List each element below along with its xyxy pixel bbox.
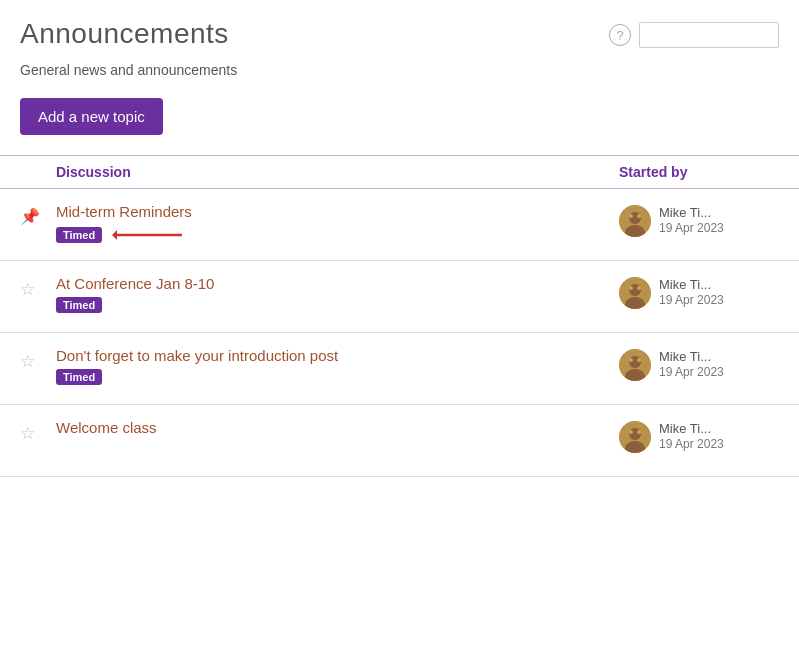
add-topic-area: Add a new topic: [0, 78, 799, 155]
badge-row: Timed: [56, 369, 619, 385]
svg-point-6: [637, 214, 641, 218]
avatar: [619, 421, 651, 453]
svg-marker-1: [112, 230, 117, 240]
started-date: 19 Apr 2023: [659, 293, 724, 307]
avatar: [619, 349, 651, 381]
started-date: 19 Apr 2023: [659, 221, 724, 235]
row-icon-cell: ☆: [20, 347, 56, 372]
table-header: Discussion Started by: [0, 156, 799, 189]
started-by-cell: Mike Ti... 19 Apr 2023: [619, 347, 779, 381]
page-subtitle: General news and announcements: [0, 50, 799, 78]
discussion-link[interactable]: Welcome class: [56, 419, 619, 436]
svg-point-5: [629, 214, 633, 218]
svg-point-18: [629, 428, 641, 440]
help-icon[interactable]: ?: [609, 24, 631, 46]
started-date: 19 Apr 2023: [659, 437, 724, 451]
row-content: Don't forget to make your introduction p…: [56, 347, 619, 385]
started-info: Mike Ti... 19 Apr 2023: [659, 421, 724, 451]
row-content: Mid-term Reminders Timed: [56, 203, 619, 245]
started-by-cell: Mike Ti... 19 Apr 2023: [619, 203, 779, 237]
started-info: Mike Ti... 19 Apr 2023: [659, 205, 724, 235]
timed-badge: Timed: [56, 369, 102, 385]
table-row: ☆ Welcome class Mike Ti... 19 Apr 2023: [0, 405, 799, 477]
header-started-by: Started by: [619, 164, 779, 180]
svg-point-3: [629, 212, 641, 224]
started-name: Mike Ti...: [659, 205, 724, 220]
table-row: 📌 Mid-term Reminders Timed: [0, 189, 799, 261]
discussion-table: Discussion Started by 📌 Mid-term Reminde…: [0, 155, 799, 477]
badge-row: Timed: [56, 297, 619, 313]
svg-point-16: [637, 358, 641, 362]
header-discussion: Discussion: [56, 164, 619, 180]
svg-point-13: [629, 356, 641, 368]
svg-point-21: [637, 430, 641, 434]
star-icon[interactable]: ☆: [20, 423, 35, 444]
search-input[interactable]: [639, 22, 779, 48]
avatar: [619, 205, 651, 237]
timed-badge: Timed: [56, 227, 102, 243]
header-right: ?: [609, 22, 779, 48]
timed-badge: Timed: [56, 297, 102, 313]
star-icon[interactable]: ☆: [20, 351, 35, 372]
add-topic-button[interactable]: Add a new topic: [20, 98, 163, 135]
arrow-indicator: [112, 225, 192, 245]
row-icon-cell: 📌: [20, 203, 56, 226]
star-icon[interactable]: ☆: [20, 279, 35, 300]
discussion-link[interactable]: Mid-term Reminders: [56, 203, 619, 220]
page-header: Announcements ?: [0, 0, 799, 50]
table-row: ☆ Don't forget to make your introduction…: [0, 333, 799, 405]
row-icon-cell: ☆: [20, 275, 56, 300]
badge-row: Timed: [56, 225, 619, 245]
started-name: Mike Ti...: [659, 277, 724, 292]
svg-point-15: [629, 358, 633, 362]
row-icon-cell: ☆: [20, 419, 56, 444]
svg-point-8: [629, 284, 641, 296]
pin-icon: 📌: [20, 207, 40, 226]
svg-point-10: [629, 286, 633, 290]
svg-point-11: [637, 286, 641, 290]
started-date: 19 Apr 2023: [659, 365, 724, 379]
started-info: Mike Ti... 19 Apr 2023: [659, 277, 724, 307]
started-name: Mike Ti...: [659, 349, 724, 364]
started-name: Mike Ti...: [659, 421, 724, 436]
row-content: At Conference Jan 8-10 Timed: [56, 275, 619, 313]
svg-point-20: [629, 430, 633, 434]
row-content: Welcome class: [56, 419, 619, 436]
discussion-link[interactable]: Don't forget to make your introduction p…: [56, 347, 619, 364]
discussion-link[interactable]: At Conference Jan 8-10: [56, 275, 619, 292]
started-info: Mike Ti... 19 Apr 2023: [659, 349, 724, 379]
started-by-cell: Mike Ti... 19 Apr 2023: [619, 275, 779, 309]
avatar: [619, 277, 651, 309]
table-row: ☆ At Conference Jan 8-10 Timed Mike Ti..…: [0, 261, 799, 333]
started-by-cell: Mike Ti... 19 Apr 2023: [619, 419, 779, 453]
page-title: Announcements: [20, 18, 229, 50]
